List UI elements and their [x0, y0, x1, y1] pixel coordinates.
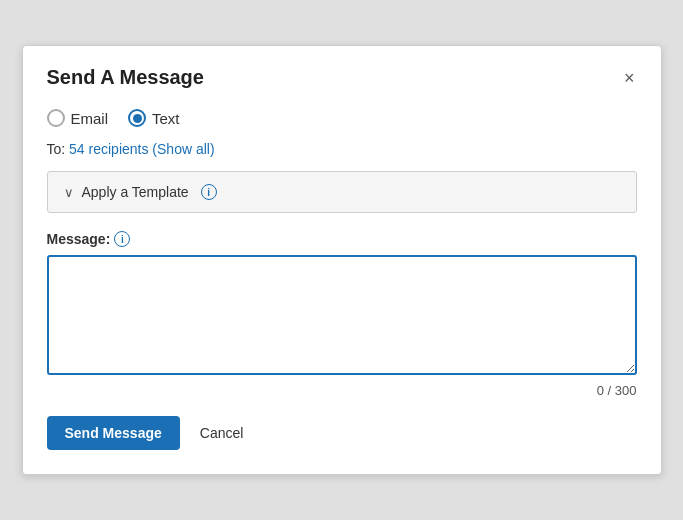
message-input[interactable] [47, 255, 637, 375]
email-radio-circle [47, 109, 65, 127]
dialog-header: Send A Message × [47, 66, 637, 89]
close-button[interactable]: × [622, 69, 637, 87]
to-prefix: To: [47, 141, 66, 157]
radio-group: Email Text [47, 109, 637, 127]
email-radio-text: Email [71, 110, 109, 127]
template-info-icon: i [201, 184, 217, 200]
send-message-dialog: Send A Message × Email Text To: 54 recip… [22, 45, 662, 475]
text-radio-label[interactable]: Text [128, 109, 180, 127]
template-label: Apply a Template [82, 184, 189, 200]
cancel-button[interactable]: Cancel [196, 416, 248, 450]
send-message-button[interactable]: Send Message [47, 416, 180, 450]
button-row: Send Message Cancel [47, 416, 637, 450]
message-info-icon: i [114, 231, 130, 247]
apply-template-section[interactable]: ∨ Apply a Template i [47, 171, 637, 213]
email-radio-label[interactable]: Email [47, 109, 109, 127]
text-radio-circle [128, 109, 146, 127]
message-label-row: Message: i [47, 231, 637, 247]
message-label: Message: [47, 231, 111, 247]
to-line: To: 54 recipients (Show all) [47, 141, 637, 157]
recipients-link[interactable]: 54 recipients (Show all) [69, 141, 215, 157]
text-radio-text: Text [152, 110, 180, 127]
chevron-down-icon: ∨ [64, 185, 74, 200]
char-count: 0 / 300 [47, 383, 637, 398]
dialog-title: Send A Message [47, 66, 204, 89]
